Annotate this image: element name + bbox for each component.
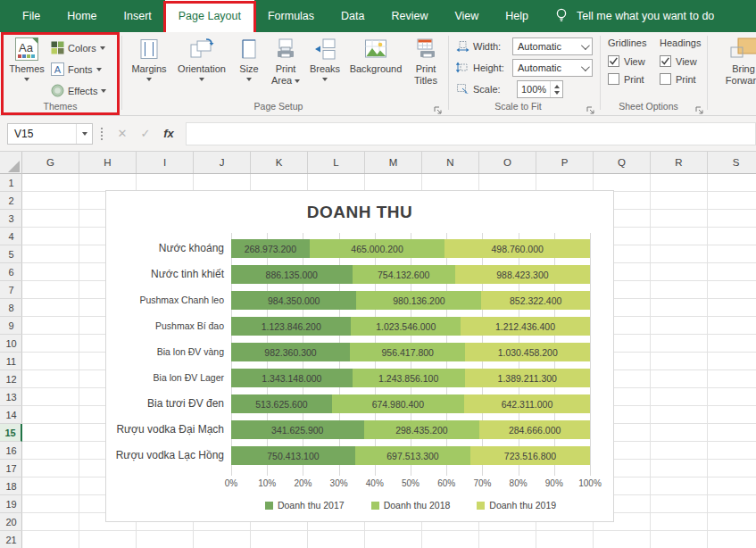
spinner-arrows-icon[interactable] (550, 81, 562, 97)
row-header-10[interactable]: 10 (0, 335, 22, 353)
category-label: Pushmax Chanh leo (106, 291, 224, 310)
tab-help[interactable]: Help (492, 0, 542, 32)
row-header-13[interactable]: 13 (0, 388, 22, 406)
column-header-Q[interactable]: Q (594, 152, 651, 173)
bring-forward-button[interactable]: Bring Forward (715, 35, 756, 104)
row-header-14[interactable]: 14 (0, 406, 22, 424)
print-area-icon (274, 35, 297, 63)
column-header-G[interactable]: G (22, 152, 79, 173)
column-header-O[interactable]: O (479, 152, 536, 173)
column-header-N[interactable]: N (422, 152, 479, 173)
tab-page-layout[interactable]: Page Layout (165, 0, 254, 32)
column-header-K[interactable]: K (251, 152, 308, 173)
bar-segment-doanh-thu-2017: 982.360.300 (231, 343, 350, 361)
row-header-12[interactable]: 12 (0, 370, 22, 388)
row-header-11[interactable]: 11 (0, 353, 22, 370)
data-label: 982.360.300 (264, 347, 316, 358)
select-all-button[interactable] (0, 152, 22, 174)
margins-button[interactable]: Margins (128, 35, 170, 104)
row-header-2[interactable]: 2 (0, 192, 22, 210)
print-area-button[interactable]: PrintArea (267, 35, 304, 104)
enter-icon[interactable]: ✓ (134, 122, 157, 145)
data-label: 723.516.800 (504, 451, 556, 461)
tab-review[interactable]: Review (378, 0, 441, 32)
column-header-R[interactable]: R (651, 152, 708, 173)
data-label: 268.973.200 (245, 244, 296, 254)
scale-to-fit-dialog-launcher-icon[interactable] (586, 103, 595, 112)
row-header-18[interactable]: 18 (0, 477, 22, 495)
scale-spinner[interactable]: 100% (517, 80, 563, 98)
row-header-19[interactable]: 19 (0, 495, 22, 513)
row-header-20[interactable]: 20 (0, 513, 22, 531)
row-header-21[interactable]: 21 (0, 531, 22, 548)
column-header-I[interactable]: I (137, 152, 194, 173)
effects-button[interactable]: Effects (51, 82, 106, 100)
button-label: Orientation (178, 63, 226, 75)
tab-data[interactable]: Data (328, 0, 378, 32)
row-header-6[interactable]: 6 (0, 263, 22, 281)
row-header-16[interactable]: 16 (0, 442, 22, 460)
themes-button[interactable]: Aa Themes (4, 35, 49, 104)
tab-view[interactable]: View (441, 0, 492, 32)
fonts-button[interactable]: A Fonts (51, 61, 102, 79)
tell-me-label[interactable]: Tell me what you want to do (577, 10, 714, 22)
sheet-options-dialog-launcher-icon[interactable] (694, 103, 704, 112)
row-header-4[interactable]: 4 (0, 228, 22, 245)
column-header-M[interactable]: M (365, 152, 422, 173)
bar-segment-doanh-thu-2018: 1.243.856.100 (353, 369, 465, 387)
column-header-H[interactable]: H (79, 152, 137, 173)
checkbox-checked-icon (660, 55, 671, 67)
size-button[interactable]: Size (233, 35, 265, 104)
row-header-7[interactable]: 7 (0, 281, 22, 299)
print-titles-button[interactable]: PrintTitles (408, 35, 444, 104)
bar-segment-doanh-thu-2018: 980.136.200 (356, 291, 481, 310)
row-header-8[interactable]: 8 (0, 299, 22, 317)
formula-input[interactable] (186, 122, 756, 145)
row-header-1[interactable]: 1 (0, 174, 22, 192)
orientation-button[interactable]: Orientation (174, 35, 229, 104)
cancel-icon[interactable]: ✕ (111, 122, 134, 145)
scale-icon (456, 83, 469, 96)
svg-text:Aa: Aa (19, 41, 34, 54)
tab-insert[interactable]: Insert (111, 0, 165, 32)
breaks-button[interactable]: Breaks (306, 35, 344, 104)
revenue-chart[interactable]: DOANH THU Nước khoángNước tinh khiếtPush… (105, 190, 614, 522)
data-label: 513.625.600 (255, 399, 307, 410)
tab-formulas[interactable]: Formulas (254, 0, 328, 32)
page-setup-dialog-launcher-icon[interactable] (433, 103, 443, 112)
row-header-9[interactable]: 9 (0, 317, 22, 335)
data-label: 1.030.458.200 (498, 347, 558, 358)
column-header-J[interactable]: J (194, 152, 251, 173)
background-button[interactable]: Background (345, 35, 406, 104)
tab-file[interactable]: File (9, 0, 54, 32)
bar-segment-doanh-thu-2018: 956.417.800 (350, 343, 465, 361)
row-header-5[interactable]: 5 (0, 245, 22, 263)
width-dropdown[interactable]: Automatic (512, 37, 593, 55)
row-header-17[interactable]: 17 (0, 460, 22, 477)
height-dropdown[interactable]: Automatic (512, 59, 593, 77)
row-header-3[interactable]: 3 (0, 210, 22, 228)
breaks-icon (313, 35, 336, 63)
tab-home[interactable]: Home (54, 0, 110, 32)
headings-view-checkbox[interactable]: View (660, 55, 701, 67)
column-header-S[interactable]: S (708, 152, 756, 173)
chevron-down-icon (322, 78, 328, 81)
row-header-15[interactable]: 15 (0, 424, 22, 442)
gridlines-view-checkbox[interactable]: View (608, 55, 646, 67)
bar-segment-doanh-thu-2019: 988.423.300 (455, 265, 590, 284)
insert-function-icon[interactable]: fx (157, 122, 180, 145)
gridlines-print-checkbox[interactable]: Print (608, 73, 646, 85)
column-header-L[interactable]: L (308, 152, 365, 173)
headings-print-checkbox[interactable]: Print (660, 73, 701, 85)
background-icon (363, 35, 388, 63)
column-header-P[interactable]: P (536, 152, 594, 173)
colors-button[interactable]: Colors (51, 39, 105, 57)
name-box[interactable]: V15 (7, 123, 93, 145)
lightbulb-icon (554, 6, 569, 27)
name-box-dropdown[interactable] (76, 124, 92, 144)
name-box-value: V15 (8, 128, 76, 140)
height-value: Automatic (518, 62, 581, 73)
data-label: 1.243.856.100 (378, 373, 438, 384)
formula-bar-resize-handle[interactable] (100, 127, 104, 141)
bar-segment-doanh-thu-2019: 852.322.400 (481, 291, 590, 310)
